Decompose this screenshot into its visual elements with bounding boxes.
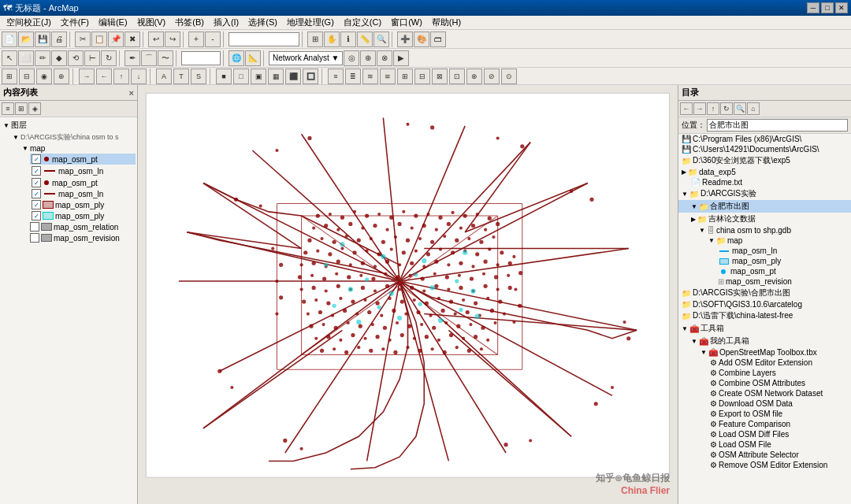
zoom-full-button[interactable]: ⊞ (307, 32, 323, 47)
toc-layer-map-osm-ln-2[interactable]: ✓ map_osm_ln (30, 188, 136, 199)
zoom-layer-button[interactable]: 📐 (245, 50, 261, 66)
cat-tool-load-diff[interactable]: ⚙ Load OSM Diff Files (678, 429, 851, 439)
tb3-btn-1[interactable]: ⊞ (2, 69, 17, 84)
map-area[interactable]: 知乎⊙龟鱼鲸日报 China Flier (138, 85, 678, 504)
menu-geoprocessing[interactable]: 地理处理(G) (282, 16, 339, 29)
catalog-up[interactable]: ↑ (707, 102, 719, 115)
toc-layer-map-osm-ply-2[interactable]: ✓ map_osm_ply (30, 210, 136, 221)
tb3-btn-14[interactable]: ▣ (251, 69, 266, 84)
menu-file[interactable]: 文件(F) (56, 16, 94, 29)
redo-button[interactable]: ↪ (165, 32, 180, 47)
tb3-btn-11[interactable]: S (191, 69, 206, 84)
cat-tool-create-network[interactable]: ⚙ Create OSM Network Dataset (678, 388, 851, 398)
toc-check-8[interactable] (30, 233, 39, 243)
open-button[interactable]: 📂 (18, 32, 34, 47)
toc-drawing-order[interactable]: ⊞ (15, 102, 28, 115)
cat-map-revision[interactable]: ⊞ map_osm_revision (678, 276, 851, 287)
toc-check-7[interactable] (30, 222, 39, 232)
cat-tool-add-osm-editor[interactable]: ⚙ Add OSM Editor Extension (678, 358, 851, 368)
save-button[interactable]: 💾 (35, 32, 50, 47)
tb3-btn-7[interactable]: ↑ (113, 69, 129, 84)
toc-check-3[interactable]: ✓ (32, 178, 41, 187)
cat-osm-toolbox[interactable]: ▼ 🧰 OpenStreetMap Toolbox.tbx (678, 347, 851, 358)
catalog-refresh[interactable]: ↻ (720, 102, 733, 115)
network-analyst-dropdown[interactable]: Network Analyst ▼ (269, 51, 343, 65)
toc-check-2[interactable]: ✓ (32, 166, 41, 176)
na-tool-3[interactable]: ⊗ (377, 50, 392, 66)
tb3-btn-8[interactable]: ↓ (131, 69, 147, 84)
toc-layer-map-osm-ln-1[interactable]: ✓ map_osm_ln (30, 165, 136, 176)
zoom-in-button[interactable]: + (188, 32, 204, 47)
menu-customize[interactable]: 自定义(C) (339, 16, 386, 29)
toc-check-5[interactable]: ✓ (32, 200, 41, 209)
scale-input[interactable]: 100% (181, 51, 221, 65)
tb3-btn-25[interactable]: ⊡ (449, 69, 465, 84)
edit-tool[interactable]: ✏ (35, 50, 50, 66)
cat-tool-remove-osm-editor[interactable]: ⚙ Remove OSM Editor Extension (678, 460, 851, 470)
cat-toolbox-root[interactable]: ▼ 🧰 工具箱 (678, 322, 851, 335)
coord-input[interactable]: 1:159,274 (229, 32, 299, 46)
cat-map-ply[interactable]: map_osm_ply (678, 256, 851, 266)
toc-layer-map-osm-ply-1[interactable]: ✓ map_osm_ply (30, 199, 136, 210)
cat-arcgis-exp[interactable]: ▼ 📁 D:\ARCGIS实验 (678, 187, 851, 200)
minimize-button[interactable]: ─ (807, 2, 819, 13)
cat-tool-feature-comparison[interactable]: ⚙ Feature Comparison (678, 419, 851, 429)
rotate-tool[interactable]: ↻ (101, 50, 117, 66)
pan-button[interactable]: ✋ (324, 32, 340, 47)
cat-hefei-map[interactable]: ▼ 📁 合肥市出图 (678, 200, 851, 213)
select-by-rect[interactable]: ⬜ (18, 50, 34, 66)
tb3-btn-18[interactable]: ≡ (328, 69, 344, 84)
tb3-btn-2[interactable]: ⊟ (19, 69, 35, 84)
reshape-tool[interactable]: ⟲ (68, 50, 84, 66)
tb3-btn-5[interactable]: → (79, 69, 95, 84)
attr-button[interactable]: 🗃 (430, 32, 446, 47)
menu-edit[interactable]: 编辑(E) (94, 16, 132, 29)
tb3-btn-21[interactable]: ≅ (380, 69, 396, 84)
cat-tool-export-osm[interactable]: ⚙ Export to OSM file (678, 409, 851, 419)
cat-tool-osm-attr-selector[interactable]: ⚙ OSM Attribute Selector (678, 450, 851, 460)
freehand-tool[interactable]: 〜 (158, 50, 173, 66)
menu-spatial-correction[interactable]: 空间校正(J) (2, 16, 56, 29)
cat-map-ln[interactable]: map_osm_ln (678, 246, 851, 256)
tb3-btn-12[interactable]: ■ (216, 69, 232, 84)
restore-button[interactable]: □ (821, 2, 834, 13)
cat-map-group[interactable]: ▼ 📁 map (678, 235, 851, 246)
catalog-home[interactable]: ⌂ (747, 102, 760, 115)
close-button[interactable]: ✕ (835, 2, 848, 13)
select-tool[interactable]: ↖ (2, 50, 17, 66)
tb3-btn-27[interactable]: ⊘ (484, 69, 500, 84)
tb3-btn-4[interactable]: ⊕ (54, 69, 69, 84)
tb3-btn-3[interactable]: ◉ (36, 69, 52, 84)
na-tool-2[interactable]: ⊕ (360, 50, 376, 66)
cat-qgis[interactable]: 📁 D:\SOFT\QGIS3.10.6\arcatelog (678, 299, 851, 309)
toc-root-expand-icon[interactable] (3, 122, 9, 129)
tb3-btn-19[interactable]: ≣ (345, 69, 361, 84)
menu-insert[interactable]: 插入(I) (209, 16, 243, 29)
tb3-btn-17[interactable]: 🔲 (303, 69, 318, 84)
new-button[interactable]: 📄 (2, 32, 17, 47)
toc-source-view[interactable]: ◈ (28, 102, 41, 115)
tb3-btn-15[interactable]: ▦ (268, 69, 284, 84)
find-button[interactable]: 🔍 (373, 32, 389, 47)
tb3-btn-16[interactable]: ⬛ (285, 69, 301, 84)
na-solve-button[interactable]: ▶ (393, 50, 409, 66)
toc-layer-relation[interactable]: map_osm_relation (11, 221, 136, 232)
toc-check-4[interactable]: ✓ (32, 189, 41, 198)
cat-readme[interactable]: 📄 Readme.txt (678, 177, 851, 187)
catalog-search[interactable]: 🔍 (734, 102, 746, 115)
cat-tool-load-osm[interactable]: ⚙ Load OSM File (678, 439, 851, 450)
cat-arcgis-user[interactable]: 💾 C:\Users\14291\Documents\ArcGIS\ (678, 144, 851, 154)
symbol-button[interactable]: 🎨 (414, 32, 429, 47)
menu-view[interactable]: 视图(V) (132, 16, 171, 29)
menu-select[interactable]: 选择(S) (243, 16, 282, 29)
cat-360-download[interactable]: 📁 D:\360安全浏览器下载\exp5 (678, 154, 851, 167)
tb3-btn-20[interactable]: ≋ (362, 69, 378, 84)
cat-tool-download-osm[interactable]: ⚙ Download OSM Data (678, 398, 851, 409)
split-tool[interactable]: ⊢ (84, 50, 100, 66)
cut-button[interactable]: ✂ (75, 32, 91, 47)
tb3-btn-10[interactable]: T (173, 69, 189, 84)
paste-button[interactable]: 📌 (108, 32, 124, 47)
catalog-forward[interactable]: → (693, 102, 706, 115)
toc-check-6[interactable]: ✓ (32, 211, 41, 220)
arc-tool[interactable]: ⌒ (141, 50, 157, 66)
